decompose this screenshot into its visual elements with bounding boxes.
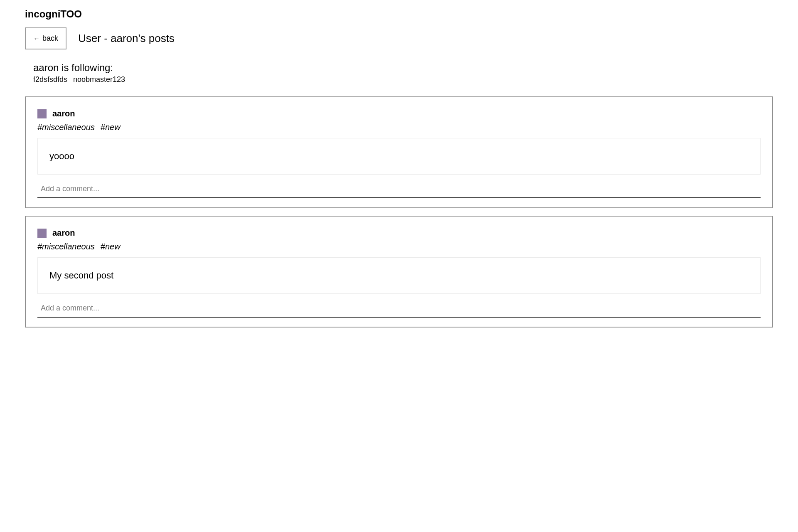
comment-input[interactable] [37, 182, 761, 198]
post-body: yoooo [37, 138, 761, 175]
avatar [37, 109, 47, 118]
post-tags: #miscellaneous #new [37, 242, 761, 251]
header-row: ← back User - aaron's posts [25, 27, 773, 49]
post-card: aaron #miscellaneous #new My second post [25, 216, 773, 328]
following-user-link[interactable]: f2dsfsdfds [33, 75, 67, 84]
post-header: aaron [37, 109, 761, 118]
following-heading: aaron is following: [33, 62, 773, 74]
post-tag[interactable]: #new [101, 123, 121, 132]
following-user-link[interactable]: noobmaster123 [73, 75, 125, 84]
post-tags: #miscellaneous #new [37, 123, 761, 132]
page-title: User - aaron's posts [78, 32, 175, 45]
post-tag[interactable]: #miscellaneous [37, 242, 95, 251]
back-button-label: back [42, 34, 58, 43]
comment-input[interactable] [37, 301, 761, 318]
site-title: incogniTOO [25, 8, 773, 20]
back-arrow-icon: ← [33, 35, 40, 42]
post-body: My second post [37, 257, 761, 294]
post-tag[interactable]: #miscellaneous [37, 123, 95, 132]
following-section: aaron is following: f2dsfsdfds noobmaste… [33, 62, 773, 84]
post-author[interactable]: aaron [52, 228, 75, 238]
post-header: aaron [37, 228, 761, 238]
post-author[interactable]: aaron [52, 109, 75, 118]
post-card: aaron #miscellaneous #new yoooo [25, 96, 773, 208]
post-tag[interactable]: #new [101, 242, 121, 251]
following-list: f2dsfsdfds noobmaster123 [33, 75, 773, 84]
avatar [37, 229, 47, 238]
back-button[interactable]: ← back [25, 27, 66, 49]
